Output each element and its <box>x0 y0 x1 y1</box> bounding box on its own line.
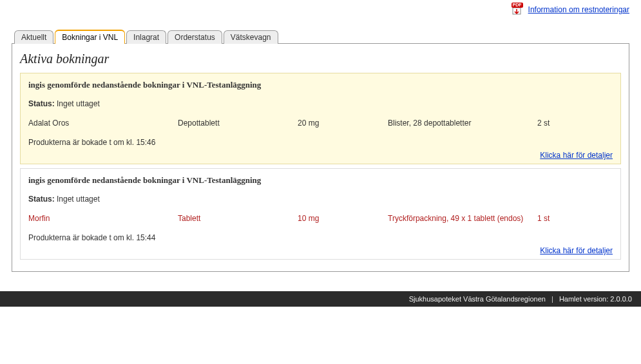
product-pack: Blister, 28 depottabletter <box>388 119 537 128</box>
footer-org: Sjukhusapoteket Västra Götalandsregionen <box>409 295 546 303</box>
details-link[interactable]: Klicka här för detaljer <box>540 246 613 255</box>
booking-status: Status: Inget uttaget <box>28 99 613 108</box>
tab-inlagrat[interactable]: Inlagrat <box>126 30 166 44</box>
info-restnoteringar-link[interactable]: Information om restnoteringar <box>528 5 629 14</box>
product-name: Adalat Oros <box>28 119 178 128</box>
bookings-panel: Aktiva bokningar ingis genomförde nedans… <box>12 43 629 272</box>
product-qty: 1 st <box>537 214 589 223</box>
footer-separator: | <box>551 295 553 303</box>
status-label: Status: <box>28 99 55 108</box>
status-label: Status: <box>28 195 55 204</box>
booking-footer-text: Produkterna är bokade t om kl. 15:44 <box>28 233 613 242</box>
footer-version: Hamlet version: 2.0.0.0 <box>559 295 632 303</box>
status-value: Inget uttaget <box>57 99 100 108</box>
tab-orderstatus[interactable]: Orderstatus <box>167 30 222 44</box>
status-value: Inget uttaget <box>57 195 100 204</box>
tab-vatskevagn[interactable]: Vätskevagn <box>224 30 278 44</box>
details-link[interactable]: Klicka här för detaljer <box>540 151 613 160</box>
pdf-download-icon: PDF <box>510 3 524 17</box>
product-form: Depottablett <box>178 119 298 128</box>
product-pack: Tryckförpackning, 49 x 1 tablett (endos) <box>388 214 537 223</box>
booking-title: ingis genomförde nedanstående bokningar … <box>28 80 613 90</box>
product-name: Morfin <box>28 214 178 223</box>
booking-block: ingis genomförde nedanstående bokningar … <box>20 73 621 164</box>
tab-aktuellt[interactable]: Aktuellt <box>14 30 53 44</box>
pdf-badge: PDF <box>512 3 523 8</box>
top-link-row: PDF Information om restnoteringar <box>12 0 629 30</box>
site-footer: Sjukhusapoteket Västra Götalandsregionen… <box>0 291 641 307</box>
booking-block: ingis genomförde nedanstående bokningar … <box>20 168 621 260</box>
product-form: Tablett <box>178 214 298 223</box>
booking-footer-text: Produkterna är bokade t om kl. 15:46 <box>28 138 613 147</box>
tab-bokningar[interactable]: Bokningar i VNL <box>55 30 125 44</box>
product-qty: 2 st <box>537 119 589 128</box>
booking-row: Adalat Oros Depottablett 20 mg Blister, … <box>28 119 613 128</box>
product-strength: 10 mg <box>298 214 388 223</box>
booking-row: Morfin Tablett 10 mg Tryckförpackning, 4… <box>28 214 613 223</box>
booking-title: ingis genomförde nedanstående bokningar … <box>28 175 613 186</box>
tab-bar: Aktuellt Bokningar i VNL Inlagrat Orders… <box>12 30 629 44</box>
product-strength: 20 mg <box>298 119 388 128</box>
panel-heading: Aktiva bokningar <box>20 52 621 66</box>
booking-status: Status: Inget uttaget <box>28 195 613 204</box>
